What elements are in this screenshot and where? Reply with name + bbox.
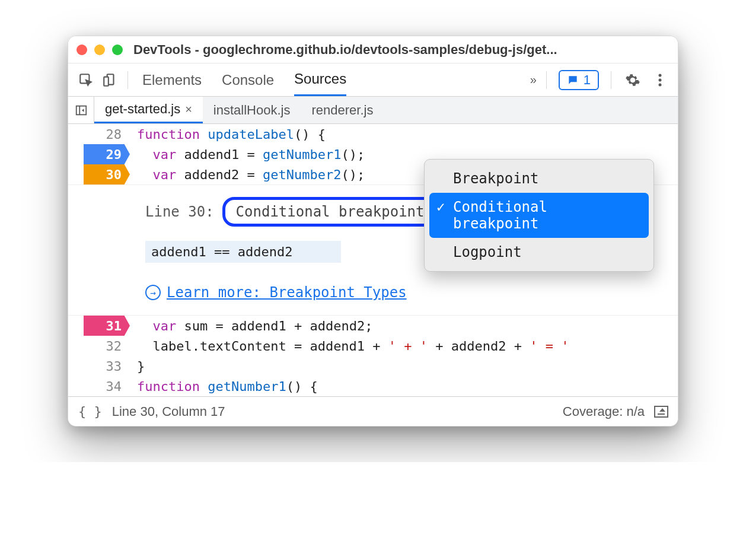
code-text: function updateLabel() { [127,124,326,144]
titlebar: DevTools - googlechrome.github.io/devtoo… [68,36,678,63]
separator [611,71,611,89]
dropdown-item[interactable]: Conditional breakpoint [429,193,649,238]
file-tab[interactable]: get-started.js× [94,97,203,123]
line-number: 28 [106,127,122,142]
coverage-status: Coverage: n/a [563,404,645,419]
gutter[interactable]: ··31 [68,316,127,336]
breakpoint-type-dropdown: BreakpointConditional breakpointLogpoint [424,159,654,272]
device-toolbar-icon[interactable] [100,71,119,90]
gutter[interactable]: ?30 [68,164,127,184]
settings-icon[interactable] [623,71,642,90]
line-number: 31 [106,319,122,333]
code-text: var sum = addend1 + addend2; [127,316,372,336]
issues-badge[interactable]: 1 [559,70,599,90]
window-controls [76,44,123,55]
line-number: 33 [106,359,122,374]
learn-more-text: Learn more: Breakpoint Types [167,284,407,301]
svg-point-5 [659,83,662,86]
file-tab-label: renderer.js [311,103,373,118]
breakpoint-glyph: ? [72,168,78,181]
svg-rect-6 [76,106,86,114]
code-text: label.textContent = addend1 + ' + ' + ad… [127,336,569,356]
code-line[interactable]: 32 label.textContent = addend1 + ' + ' +… [68,336,678,356]
code-line[interactable]: 34function getNumber1() { [68,376,678,396]
message-icon [567,74,579,86]
learn-more-link[interactable]: → Learn more: Breakpoint Types [145,284,666,301]
gutter[interactable]: 34 [68,376,127,396]
file-tab-label: get-started.js [105,101,180,117]
window-title: DevTools - googlechrome.github.io/devtoo… [133,42,557,58]
close-window-button[interactable] [76,44,87,55]
breakpoint-type-label: Conditional breakpoint [236,203,425,220]
breakpoint-editor: Line 30: Conditional breakpoint ▼ addend… [68,184,678,316]
separator [127,71,128,89]
cursor-position: Line 30, Column 17 [112,404,225,419]
issues-count: 1 [584,72,591,88]
file-tab[interactable]: installHook.js [203,97,301,123]
kebab-menu-icon[interactable] [651,71,670,90]
separator [546,71,547,89]
file-tab[interactable]: renderer.js [301,97,384,123]
dropdown-item[interactable]: Breakpoint [429,164,649,193]
minimize-window-button[interactable] [94,44,105,55]
more-tabs-icon[interactable]: » [530,73,534,87]
maximize-window-button[interactable] [112,44,123,55]
breakpoint-glyph: ·· [72,320,85,332]
gutter[interactable]: 33 [68,356,127,376]
code-line[interactable]: ··31 var sum = addend1 + addend2; [68,316,678,336]
tab-sources[interactable]: Sources [294,63,346,96]
breakpoint-line-label: Line 30: [145,203,214,220]
devtools-window: DevTools - googlechrome.github.io/devtoo… [68,36,678,427]
breakpoint-condition-input[interactable]: addend1 == addend2 [145,241,341,263]
dropdown-item[interactable]: Logpoint [429,238,649,266]
line-number: 30 [106,167,122,182]
file-tabs: get-started.js×installHook.jsrenderer.js [68,97,678,124]
code-text: var addend1 = getNumber1(); [127,144,365,164]
svg-point-3 [659,74,662,77]
panel-tabs: Elements Console Sources [142,63,346,96]
line-number: 34 [106,379,122,394]
tab-elements[interactable]: Elements [142,63,202,96]
gutter[interactable]: 32 [68,336,127,356]
svg-point-4 [659,78,662,81]
code-line[interactable]: 28function updateLabel() { [68,124,678,144]
tab-console[interactable]: Console [222,63,274,96]
show-drawer-icon[interactable] [654,406,668,418]
navigator-toggle-icon[interactable] [68,97,94,123]
status-bar: { } Line 30, Column 17 Coverage: n/a [68,396,678,426]
close-icon[interactable]: × [185,103,192,116]
main-toolbar: Elements Console Sources » 1 [68,63,678,97]
inspect-icon[interactable] [76,71,95,90]
breakpoint-type-select[interactable]: Conditional breakpoint ▼ [222,197,449,227]
code-text: var addend2 = getNumber2(); [127,164,365,184]
code-editor[interactable]: 28function updateLabel() {29 var addend1… [68,124,678,396]
code-text: } [127,356,145,376]
gutter[interactable]: 28 [68,124,127,144]
svg-rect-2 [104,77,109,85]
pretty-print-icon[interactable]: { } [78,403,103,419]
code-text: function getNumber1() { [127,376,318,396]
code-line[interactable]: 33} [68,356,678,376]
file-tab-label: installHook.js [213,103,291,118]
line-number: 32 [106,339,122,354]
gutter[interactable]: 29 [68,144,127,164]
arrow-right-circle-icon: → [145,285,161,300]
line-number: 29 [106,147,122,162]
